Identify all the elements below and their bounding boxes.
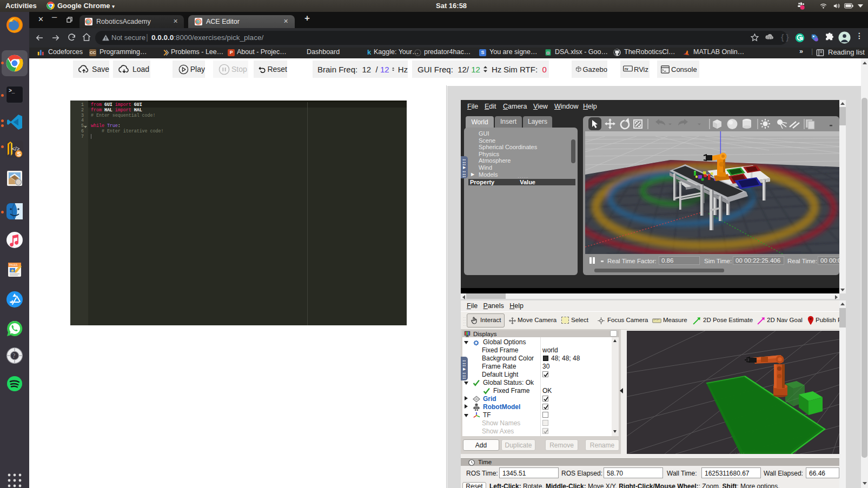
- svg-text:S: S: [17, 151, 21, 157]
- svg-text:PAGES: PAGES: [9, 264, 17, 266]
- svg-text:?: ?: [12, 352, 15, 359]
- svg-text:rv: rv: [625, 67, 628, 71]
